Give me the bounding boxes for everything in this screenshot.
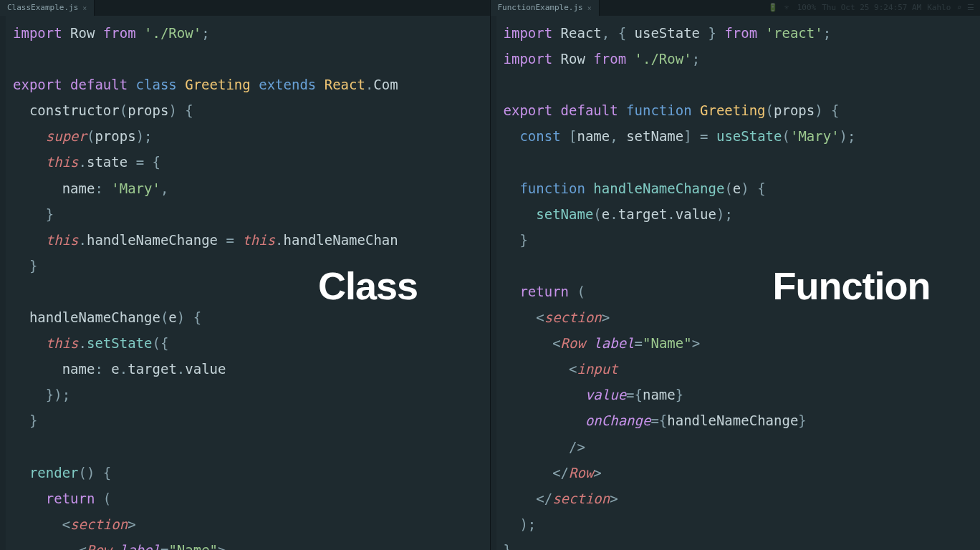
tab-bar-left: ClassExample.js × bbox=[0, 0, 490, 16]
code-line[interactable]: constructor(props) { bbox=[13, 97, 490, 123]
code-line[interactable]: function handleNameChange(e) { bbox=[504, 175, 981, 201]
code-line[interactable] bbox=[504, 72, 981, 97]
code-line[interactable]: name: 'Mary', bbox=[13, 175, 490, 201]
code-line[interactable]: handleNameChange(e) { bbox=[13, 304, 490, 330]
code-line[interactable]: <Row label="Name"> bbox=[13, 537, 490, 550]
user-name: Kahlo bbox=[927, 1, 951, 16]
code-line[interactable]: import React, { useState } from 'react'; bbox=[504, 20, 981, 46]
code-line[interactable]: render() { bbox=[13, 460, 490, 486]
code-line[interactable]: ); bbox=[504, 511, 981, 537]
code-line[interactable]: }); bbox=[13, 382, 490, 407]
code-line[interactable]: <section> bbox=[504, 304, 981, 330]
code-line[interactable]: name: e.target.value bbox=[13, 356, 490, 382]
code-line[interactable]: </section> bbox=[504, 486, 981, 511]
code-line[interactable] bbox=[13, 279, 490, 304]
gutter bbox=[491, 16, 496, 550]
code-line[interactable]: const [name, setName] = useState('Mary')… bbox=[504, 123, 981, 149]
code-area-right[interactable]: import React, { useState } from 'react';… bbox=[491, 16, 981, 550]
code-line[interactable]: value={name} bbox=[504, 382, 981, 407]
code-line[interactable]: super(props); bbox=[13, 123, 490, 149]
tab-function-example[interactable]: FunctionExample.js × bbox=[491, 0, 600, 16]
code-line[interactable]: setName(e.target.value); bbox=[504, 201, 981, 227]
code-line[interactable]: } bbox=[13, 407, 490, 433]
code-line[interactable] bbox=[504, 253, 981, 279]
split-editor: ClassExample.js × import Row from './Row… bbox=[0, 0, 980, 550]
gutter bbox=[0, 16, 6, 550]
code-line[interactable]: <Row label="Name"> bbox=[504, 330, 981, 356]
code-line[interactable]: this.state = { bbox=[13, 149, 490, 175]
wifi-icon: ᯤ bbox=[784, 1, 792, 16]
clock: Thu Oct 25 9:24:57 AM bbox=[822, 1, 921, 16]
code-area-left[interactable]: import Row from './Row'; export default … bbox=[0, 16, 490, 550]
code-line[interactable]: export default function Greeting(props) … bbox=[504, 97, 981, 123]
code-line[interactable]: } bbox=[504, 537, 981, 550]
code-line[interactable]: <section> bbox=[13, 511, 490, 537]
close-icon[interactable]: × bbox=[82, 1, 87, 15]
code-line[interactable]: export default class Greeting extends Re… bbox=[13, 72, 490, 97]
code-line[interactable]: import Row from './Row'; bbox=[504, 46, 981, 72]
code-line[interactable]: import Row from './Row'; bbox=[13, 20, 490, 46]
code-line[interactable] bbox=[13, 434, 490, 460]
code-line[interactable]: </Row> bbox=[504, 460, 981, 486]
tab-class-example[interactable]: ClassExample.js × bbox=[0, 0, 95, 16]
tab-label: FunctionExample.js bbox=[498, 1, 583, 16]
macos-menubar: 🔋 ᯤ 100% Thu Oct 25 9:24:57 AM Kahlo ⌕ ☰ bbox=[762, 0, 980, 16]
code-line[interactable]: } bbox=[13, 253, 490, 279]
code-line[interactable]: this.setState({ bbox=[13, 330, 490, 356]
code-line[interactable]: return ( bbox=[13, 486, 490, 511]
search-icon[interactable]: ⌕ bbox=[956, 1, 961, 16]
tab-bar-right: FunctionExample.js × 🔋 ᯤ 100% Thu Oct 25… bbox=[491, 0, 981, 16]
close-icon[interactable]: × bbox=[587, 1, 592, 15]
tab-label: ClassExample.js bbox=[7, 1, 78, 16]
battery-icon: 🔋 bbox=[768, 1, 778, 16]
code-line[interactable] bbox=[504, 149, 981, 175]
code-line[interactable]: /> bbox=[504, 434, 981, 460]
battery-percent: 100% bbox=[797, 1, 817, 16]
code-line[interactable]: } bbox=[13, 201, 490, 227]
code-line[interactable]: return ( bbox=[504, 279, 981, 304]
code-line[interactable] bbox=[13, 46, 490, 72]
editor-pane-right: FunctionExample.js × 🔋 ᯤ 100% Thu Oct 25… bbox=[491, 0, 981, 550]
code-line[interactable]: } bbox=[504, 227, 981, 253]
code-line[interactable]: this.handleNameChange = this.handleNameC… bbox=[13, 227, 490, 253]
code-line[interactable]: onChange={handleNameChange} bbox=[504, 407, 981, 433]
editor-pane-left: ClassExample.js × import Row from './Row… bbox=[0, 0, 491, 550]
menu-icon[interactable]: ☰ bbox=[967, 1, 974, 16]
code-line[interactable]: <input bbox=[504, 356, 981, 382]
